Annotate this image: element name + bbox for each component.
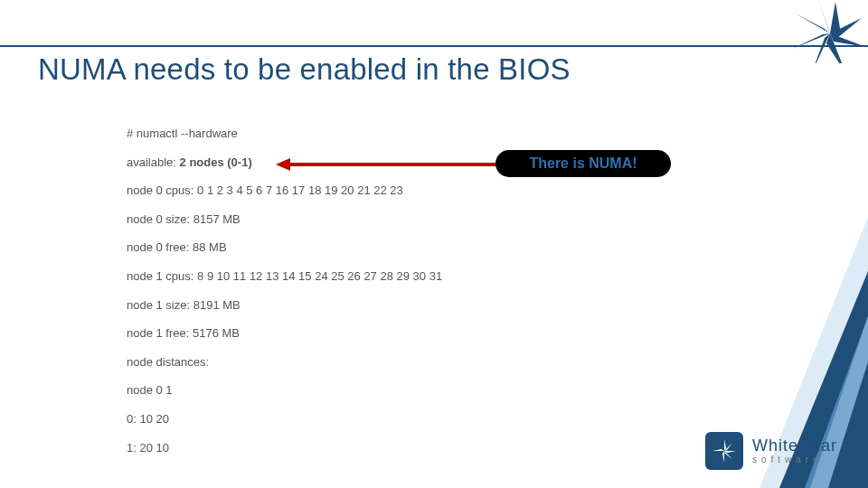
arrow-icon [276,158,511,171]
star-icon [705,432,743,470]
node-distances-header: node 0 1 [127,383,442,398]
node1-cpus: node 1 cpus: 8 9 10 11 12 13 14 15 24 25… [127,269,442,284]
slide-title: NUMA needs to be enabled in the BIOS [38,52,571,87]
svg-marker-13 [724,451,736,453]
node0-free: node 0 free: 88 MB [127,240,442,255]
svg-marker-14 [722,451,724,463]
callout-text: There is NUMA! [529,155,637,172]
callout-group: There is NUMA! [127,152,615,177]
header-rule [0,45,868,47]
svg-marker-4 [812,33,830,63]
callout-pill: There is NUMA! [495,150,671,177]
node0-cpus: node 0 cpus: 0 1 2 3 4 5 6 7 16 17 18 19… [127,183,442,198]
brand-name: White Star [752,437,837,454]
distance-row-1: 1: 20 10 [127,441,442,455]
terminal-output: # numactl --hardware available: 2 nodes … [127,127,442,469]
node-distances-label: node distances: [127,355,442,370]
brand-logo: White Star software [705,432,837,470]
svg-marker-7 [817,0,830,33]
distance-row-0: 0: 10 20 [127,412,442,427]
node1-free: node 1 free: 5176 MB [127,326,442,341]
svg-marker-12 [724,439,726,451]
cmd-line: # numactl --hardware [127,127,442,141]
right-diagonals-icon [760,0,868,488]
svg-marker-6 [794,13,830,33]
node1-size: node 1 size: 8191 MB [127,298,442,313]
brand-sub: software [752,455,837,465]
node0-size: node 0 size: 8157 MB [127,212,442,227]
svg-marker-15 [712,449,724,451]
svg-marker-0 [830,2,841,33]
corner-burst-icon [791,0,868,63]
